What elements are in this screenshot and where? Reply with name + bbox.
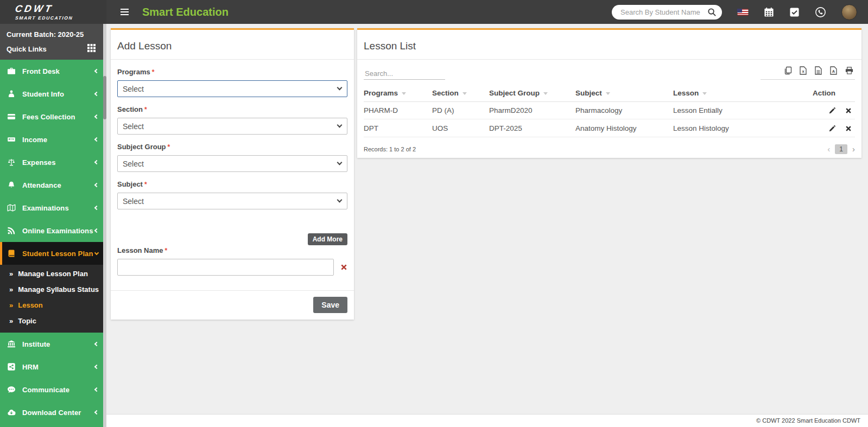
quick-links-grid-icon[interactable] <box>87 44 96 54</box>
student-search <box>612 5 722 20</box>
double-arrow-icon: » <box>9 301 13 309</box>
delete-x-icon[interactable] <box>845 125 852 132</box>
sidebar-subitem-manage-syllabus-status[interactable]: »Manage Syllabus Status <box>0 282 106 297</box>
sidebar-subitem-topic[interactable]: »Topic <box>0 313 106 329</box>
pagination-next[interactable]: › <box>852 145 855 153</box>
chevron-left-icon <box>94 365 99 369</box>
subject-group-select[interactable]: Select <box>117 155 347 172</box>
search-icon[interactable] <box>707 8 717 17</box>
cell-section: PD (A) <box>432 102 489 119</box>
lesson-list-toolbar: x A <box>364 66 855 80</box>
sidebar-item-label: Income <box>22 136 95 144</box>
cell-subject: Anatomy Histology <box>575 119 673 137</box>
hamburger-menu-icon[interactable] <box>118 5 131 19</box>
sidebar-subitem-label: Topic <box>18 317 36 325</box>
chevron-left-icon <box>94 160 99 164</box>
sidebar-subitem-label: Lesson <box>18 301 43 309</box>
sidebar-item-income[interactable]: Income <box>0 128 106 151</box>
print-icon[interactable] <box>845 66 854 75</box>
remove-row-icon[interactable] <box>340 264 347 271</box>
copy-icon[interactable] <box>783 66 792 75</box>
section-select[interactable]: Select <box>117 118 347 135</box>
add-lesson-panel: Add Lesson Programs* Select Section* Sel… <box>111 28 354 320</box>
sidebar-item-hrm[interactable]: HRM <box>0 355 106 378</box>
export-buttons: x A <box>761 66 855 80</box>
sidebar-item-fees-collection[interactable]: Fees Collection <box>0 105 106 128</box>
topbar-actions <box>612 0 868 24</box>
table-header-row: Programs Section Subject Group Subject L… <box>364 85 855 102</box>
student-lesson-plan-submenu: »Manage Lesson Plan »Manage Syllabus Sta… <box>0 265 106 333</box>
sidebar-item-label: Download Center <box>22 409 95 417</box>
cell-programs: PHARM-D <box>364 102 432 119</box>
sidebar-item-online-examinations[interactable]: Online Examinations <box>0 219 106 242</box>
sidebar-item-label: Fees Collection <box>22 113 95 121</box>
subject-field-group: Subject* Select <box>117 180 347 209</box>
sort-icon <box>543 92 548 95</box>
brand-logo-title: CDWT <box>14 4 107 14</box>
rss-icon <box>7 226 17 235</box>
lesson-list-title: Lesson List <box>364 40 855 52</box>
required-marker: * <box>165 247 168 254</box>
sort-icon <box>402 92 406 95</box>
sidebar-item-label: Communicate <box>22 386 95 394</box>
sort-icon <box>702 92 707 95</box>
column-header-section[interactable]: Section <box>432 85 489 102</box>
sidebar-item-download-center[interactable]: Download Center <box>0 401 106 424</box>
subject-select[interactable]: Select <box>117 193 347 209</box>
whatsapp-icon[interactable] <box>815 7 826 18</box>
sidebar-item-label: Examinations <box>22 204 95 212</box>
subject-label: Subject* <box>117 180 347 188</box>
edit-pencil-icon[interactable] <box>828 125 836 132</box>
delete-x-icon[interactable] <box>845 107 852 114</box>
sidebar-item-examinations[interactable]: Examinations <box>0 196 106 219</box>
chevron-left-icon <box>94 206 99 210</box>
tasks-check-icon[interactable] <box>789 7 800 17</box>
column-header-subject[interactable]: Subject <box>575 85 673 102</box>
add-more-button[interactable]: Add More <box>308 233 347 245</box>
chevron-down-icon <box>94 250 99 254</box>
calendar-icon[interactable] <box>764 7 774 17</box>
edit-pencil-icon[interactable] <box>828 107 836 114</box>
sidebar-item-student-lesson-plan[interactable]: Student Lesson Plan <box>0 242 106 265</box>
lesson-list-panel: Lesson List x A Programs Section Subject… <box>357 28 861 158</box>
csv-export-icon[interactable] <box>814 66 822 75</box>
pagination-page-1[interactable]: 1 <box>835 144 847 154</box>
column-header-subject-group[interactable]: Subject Group <box>489 85 575 102</box>
sidebar-item-institute[interactable]: Institute <box>0 333 106 355</box>
chevron-left-icon <box>94 342 99 346</box>
pagination-prev[interactable]: ‹ <box>827 145 830 153</box>
main-content: Add Lesson Programs* Select Section* Sel… <box>106 24 868 427</box>
sidebar-subitem-label: Manage Syllabus Status <box>18 285 99 294</box>
sidebar-subitem-manage-lesson-plan[interactable]: »Manage Lesson Plan <box>0 266 106 282</box>
sidebar-item-front-desk[interactable]: Front Desk <box>0 60 106 82</box>
column-header-programs[interactable]: Programs <box>364 85 432 102</box>
user-avatar[interactable] <box>841 4 857 20</box>
chevron-left-icon <box>94 137 99 142</box>
column-header-action: Action <box>813 85 855 102</box>
cell-section: UOS <box>432 119 489 137</box>
excel-export-icon[interactable]: x <box>799 66 807 75</box>
divider <box>111 59 354 60</box>
save-button[interactable]: Save <box>313 297 347 313</box>
pdf-export-icon[interactable]: A <box>829 66 838 75</box>
language-flag-us-icon[interactable] <box>737 9 749 16</box>
sidebar-subitem-lesson[interactable]: »Lesson <box>0 297 106 313</box>
pagination: ‹ 1 › <box>827 144 855 154</box>
lesson-list-footer: Records: 1 to 2 of 2 ‹ 1 › <box>364 144 855 154</box>
lesson-name-input[interactable] <box>117 259 334 276</box>
sidebar-item-label: Attendance <box>22 181 95 189</box>
svg-text:A: A <box>832 69 835 74</box>
programs-select[interactable]: Select <box>117 80 347 97</box>
page-title: Smart Education <box>142 6 229 18</box>
topbar: CDWT SMART EDUCATION Smart Education <box>0 0 868 24</box>
sort-icon <box>606 92 610 95</box>
student-search-input[interactable] <box>619 8 707 17</box>
student-icon <box>7 90 17 99</box>
sidebar-item-expenses[interactable]: Expenses <box>0 151 106 174</box>
sidebar-item-communicate[interactable]: Communicate <box>0 378 106 401</box>
sidebar-item-attendance[interactable]: Attendance <box>0 174 106 196</box>
lesson-list-search-input[interactable] <box>364 68 445 80</box>
sidebar-item-label: Student Info <box>22 90 95 98</box>
sidebar-item-student-info[interactable]: Student Info <box>0 82 106 105</box>
column-header-lesson[interactable]: Lesson <box>673 85 813 102</box>
